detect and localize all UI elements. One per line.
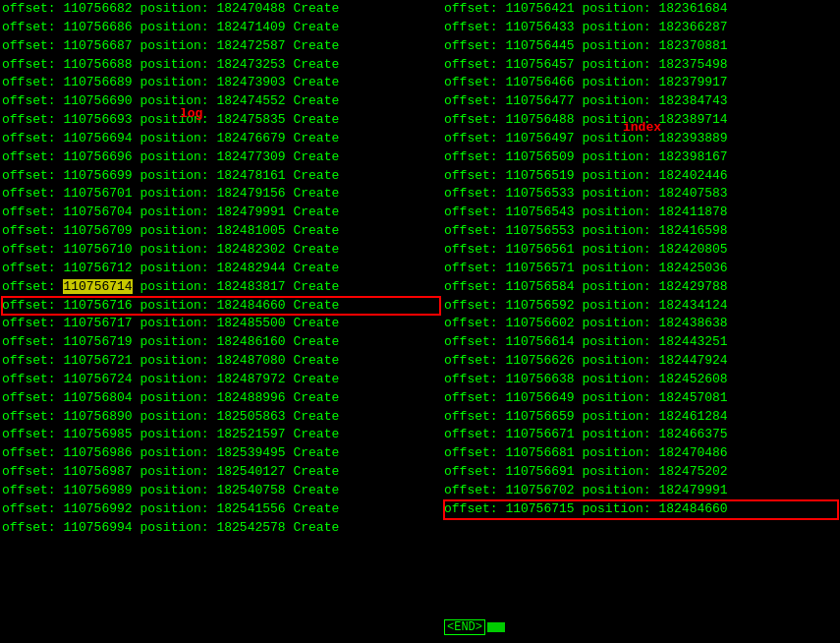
left-line-27: offset: 110756992 position: 182541556 Cr… [2, 500, 440, 519]
left-line-15: offset: 110756714 position: 182483817 Cr… [2, 278, 440, 297]
right-line-20: offset: 110756638 position: 182452608 [444, 371, 838, 389]
right-line-21: offset: 110756649 position: 182457081 [444, 389, 838, 408]
right-line-27: offset: 110756715 position: 182484660 [444, 500, 838, 519]
left-line-0: offset: 110756682 position: 182470488 Cr… [2, 0, 440, 19]
left-line-7: offset: 110756694 position: 182476679 Cr… [2, 130, 440, 148]
right-line-14: offset: 110756571 position: 182425036 [444, 260, 838, 278]
left-line-2: offset: 110756687 position: 182472587 Cr… [2, 37, 440, 56]
right-line-8: offset: 110756509 position: 182398167 [444, 148, 838, 167]
right-line-13: offset: 110756561 position: 182420805 [444, 241, 838, 260]
right-line-18: offset: 110756614 position: 182443251 [444, 333, 838, 352]
right-line-1: offset: 110756433 position: 182366287 [444, 19, 838, 37]
right-line-17: offset: 110756602 position: 182438638 [444, 315, 838, 333]
left-line-28: offset: 110756994 position: 182542578 Cr… [2, 519, 440, 538]
right-line-9: offset: 110756519 position: 182402446 [444, 167, 838, 186]
log-label: log [180, 106, 202, 121]
left-line-22: offset: 110756890 position: 182505863 Cr… [2, 408, 440, 427]
right-panel: offset: 110756421 position: 182361684off… [442, 0, 840, 643]
right-line-15: offset: 110756584 position: 182429788 [444, 278, 838, 297]
left-line-8: offset: 110756696 position: 182477309 Cr… [2, 148, 440, 167]
right-line-4: offset: 110756466 position: 182379917 [444, 74, 838, 92]
left-line-24: offset: 110756986 position: 182539495 Cr… [2, 444, 440, 463]
right-line-24: offset: 110756681 position: 182470486 [444, 444, 838, 463]
left-line-10: offset: 110756701 position: 182479156 Cr… [2, 185, 440, 204]
right-line-10: offset: 110756533 position: 182407583 [444, 185, 838, 204]
left-line-13: offset: 110756710 position: 182482302 Cr… [2, 241, 440, 260]
left-line-11: offset: 110756704 position: 182479991 Cr… [2, 204, 440, 222]
right-line-25: offset: 110756691 position: 182475202 [444, 463, 838, 482]
right-line-5: offset: 110756477 position: 182384743 [444, 92, 838, 111]
right-line-11: offset: 110756543 position: 182411878 [444, 204, 838, 222]
left-line-25: offset: 110756987 position: 182540127 Cr… [2, 463, 440, 482]
right-line-2: offset: 110756445 position: 182370881 [444, 37, 838, 56]
left-line-23: offset: 110756985 position: 182521597 Cr… [2, 426, 440, 444]
left-line-4: offset: 110756689 position: 182473903 Cr… [2, 74, 440, 92]
right-line-12: offset: 110756553 position: 182416598 [444, 222, 838, 241]
left-line-12: offset: 110756709 position: 182481005 Cr… [2, 222, 440, 241]
content-area: offset: 110756682 position: 182470488 Cr… [0, 0, 840, 643]
right-line-19: offset: 110756626 position: 182447924 [444, 352, 838, 371]
left-panel: offset: 110756682 position: 182470488 Cr… [0, 0, 442, 643]
right-line-22: offset: 110756659 position: 182461284 [444, 408, 838, 427]
left-line-6: offset: 110756693 position: 182475835 Cr… [2, 111, 440, 130]
send-area: <END> [444, 619, 505, 635]
right-line-23: offset: 110756671 position: 182466375 [444, 426, 838, 444]
left-line-3: offset: 110756688 position: 182473253 Cr… [2, 56, 440, 75]
left-line-21: offset: 110756804 position: 182488996 Cr… [2, 389, 440, 408]
left-line-5: offset: 110756690 position: 182474552 Cr… [2, 92, 440, 111]
left-line-20: offset: 110756724 position: 182487972 Cr… [2, 371, 440, 389]
right-line-26: offset: 110756702 position: 182479991 [444, 482, 838, 500]
right-line-16: offset: 110756592 position: 182434124 [444, 297, 838, 316]
left-line-17: offset: 110756717 position: 182485500 Cr… [2, 315, 440, 333]
left-line-19: offset: 110756721 position: 182487080 Cr… [2, 352, 440, 371]
left-line-14: offset: 110756712 position: 182482944 Cr… [2, 260, 440, 278]
terminal-window: log index offset: 110756682 position: 18… [0, 0, 840, 643]
left-line-26: offset: 110756989 position: 182540758 Cr… [2, 482, 440, 500]
left-line-9: offset: 110756699 position: 182478161 Cr… [2, 167, 440, 186]
send-label: <END> [444, 619, 485, 635]
right-line-3: offset: 110756457 position: 182375498 [444, 56, 838, 75]
left-line-16: offset: 110756716 position: 182484660 Cr… [2, 297, 440, 316]
index-label: index [623, 120, 661, 135]
progress-bar [487, 622, 505, 632]
right-line-0: offset: 110756421 position: 182361684 [444, 0, 838, 19]
left-line-18: offset: 110756719 position: 182486160 Cr… [2, 333, 440, 352]
left-line-1: offset: 110756686 position: 182471409 Cr… [2, 19, 440, 37]
